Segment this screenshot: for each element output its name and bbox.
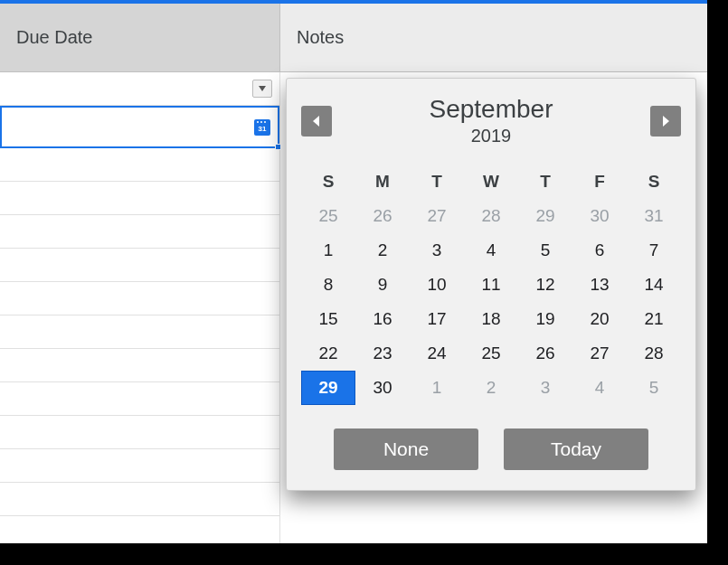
prev-month-button[interactable] [301, 106, 332, 137]
calendar-day[interactable]: 22 [301, 336, 355, 371]
calendar-day[interactable]: 8 [301, 268, 355, 302]
month-label: September [332, 95, 650, 124]
cell-due-3[interactable] [0, 148, 279, 182]
cell-due-13[interactable] [0, 483, 279, 516]
calendar-day[interactable]: 5 [518, 233, 572, 268]
year-label: 2019 [332, 126, 650, 146]
day-of-week-label: S [627, 165, 681, 199]
datepicker-title: September 2019 [332, 95, 650, 146]
cell-due-10[interactable] [0, 382, 279, 416]
calendar-day[interactable]: 26 [355, 199, 410, 233]
calendar-day[interactable]: 7 [627, 233, 681, 268]
none-button[interactable]: None [334, 428, 478, 470]
calendar-day[interactable]: 15 [301, 302, 355, 336]
calendar-day[interactable]: 26 [518, 336, 572, 371]
calendar-grid: SMTWTFS252627282930311234567891011121314… [301, 165, 681, 405]
calendar-day[interactable]: 27 [572, 336, 627, 371]
calendar-day[interactable]: 6 [572, 233, 627, 268]
column-headers: Due Date Notes [0, 0, 707, 72]
cell-due-5[interactable] [0, 215, 279, 249]
calendar-day[interactable]: 12 [518, 268, 572, 302]
calendar-day[interactable]: 30 [355, 371, 410, 405]
dropdown-button[interactable] [252, 80, 272, 98]
day-of-week-label: S [301, 165, 355, 199]
calendar-day[interactable]: 4 [572, 371, 627, 405]
calendar-icon-day: 31 [259, 125, 267, 133]
calendar-day[interactable]: 9 [355, 268, 410, 302]
calendar-day[interactable]: 29 [518, 199, 572, 233]
column-header-due-date[interactable]: Due Date [0, 4, 280, 72]
datepicker-footer: None Today [301, 428, 681, 470]
calendar-day[interactable]: 13 [572, 268, 627, 302]
calendar-day[interactable]: 1 [410, 371, 464, 405]
svg-marker-0 [259, 86, 266, 91]
next-month-button[interactable] [650, 106, 681, 137]
calendar-day[interactable]: 4 [464, 233, 518, 268]
calendar-day[interactable]: 3 [410, 233, 464, 268]
calendar-day[interactable]: 3 [518, 371, 572, 405]
calendar-day[interactable]: 1 [301, 233, 355, 268]
cell-due-7[interactable] [0, 282, 279, 315]
cell-due-9[interactable] [0, 349, 279, 382]
day-of-week-label: T [518, 165, 572, 199]
calendar-day[interactable]: 16 [355, 302, 410, 336]
calendar-day[interactable]: 19 [518, 302, 572, 336]
calendar-day[interactable]: 17 [410, 302, 464, 336]
calendar-day-selected[interactable]: 29 [301, 371, 355, 405]
today-button[interactable]: Today [504, 428, 648, 470]
column-header-notes[interactable]: Notes [280, 4, 707, 72]
calendar-day[interactable]: 2 [355, 233, 410, 268]
calendar-day[interactable]: 5 [627, 371, 681, 405]
datepicker-popup: September 2019 SMTWTFS252627282930311234… [286, 78, 696, 491]
day-of-week-label: W [464, 165, 518, 199]
calendar-day[interactable]: 25 [464, 336, 518, 371]
calendar-icon[interactable]: 31 [254, 119, 270, 136]
calendar-day[interactable]: 21 [627, 302, 681, 336]
calendar-day[interactable]: 11 [464, 268, 518, 302]
calendar-day[interactable]: 18 [464, 302, 518, 336]
calendar-day[interactable]: 30 [572, 199, 627, 233]
day-of-week-label: T [410, 165, 464, 199]
datepicker-header: September 2019 [301, 95, 681, 146]
cell-due-4[interactable] [0, 182, 279, 215]
calendar-day[interactable]: 2 [464, 371, 518, 405]
calendar-day[interactable]: 14 [627, 268, 681, 302]
calendar-day[interactable]: 27 [410, 199, 464, 233]
calendar-day[interactable]: 23 [355, 336, 410, 371]
day-of-week-label: M [355, 165, 410, 199]
calendar-day[interactable]: 10 [410, 268, 464, 302]
cell-due-1[interactable] [0, 72, 279, 106]
cell-due-2-active[interactable]: 31 [0, 106, 279, 148]
cell-due-11[interactable] [0, 416, 279, 449]
cell-due-8[interactable] [0, 315, 279, 349]
calendar-day[interactable]: 28 [627, 336, 681, 371]
svg-marker-1 [313, 116, 319, 127]
cell-due-6[interactable] [0, 249, 279, 282]
due-date-column: 31 [0, 72, 280, 543]
cell-due-12[interactable] [0, 449, 279, 483]
calendar-day[interactable]: 20 [572, 302, 627, 336]
calendar-day[interactable]: 25 [301, 199, 355, 233]
calendar-day[interactable]: 28 [464, 199, 518, 233]
svg-marker-2 [663, 116, 669, 127]
day-of-week-label: F [572, 165, 627, 199]
calendar-day[interactable]: 31 [627, 199, 681, 233]
calendar-day[interactable]: 24 [410, 336, 464, 371]
